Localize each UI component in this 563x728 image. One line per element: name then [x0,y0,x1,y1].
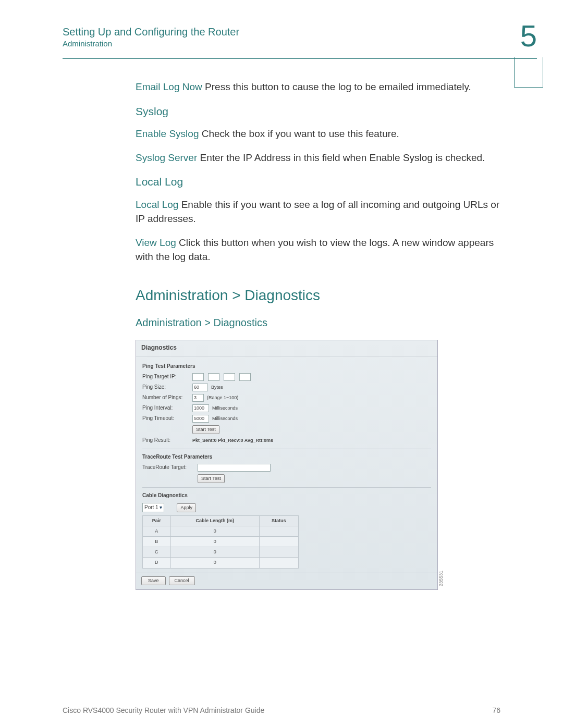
ping-timeout-input[interactable]: 5000 [192,415,209,423]
local-log-text: Enable this if you want to see a log of … [136,199,499,225]
cable-header-length: Cable Length (m) [170,516,259,526]
ping-size-unit: Bytes [211,384,223,391]
traceroute-start-test-button[interactable]: Start Test [198,474,225,483]
divider-1 [142,449,431,449]
page-footer: Cisco RVS4000 Security Router with VPN A… [63,706,500,714]
ping-interval-row: Ping Interval: 1000 Milliseconds [142,404,431,412]
page-header: Setting Up and Configuring the Router Ad… [0,0,563,51]
cable-row-a: A 0 [143,526,299,537]
enable-syslog-text: Check the box if you want to use this fe… [199,128,399,139]
cable-d-pair: D [143,558,171,568]
local-log-paragraph: Local Log Enable this if you want to see… [136,198,500,226]
ping-interval-label: Ping Interval: [142,404,189,412]
ping-timeout-unit: Milliseconds [212,415,238,422]
ping-start-test-button[interactable]: Start Test [192,425,219,434]
cable-a-length: 0 [170,526,259,537]
header-subtitle: Administration [63,39,520,48]
ip-octet-2-input[interactable] [208,373,219,381]
cable-b-length: 0 [170,537,259,547]
cable-b-status [259,537,298,547]
cable-c-pair: C [143,547,171,558]
diagnostics-title: Diagnostics [136,340,437,356]
chapter-number: 5 [520,21,537,51]
admin-diagnostics-subheading: Administration > Diagnostics [136,315,500,330]
footer-guide-title: Cisco RVS4000 Security Router with VPN A… [63,706,264,714]
email-log-now-term: Email Log Now [136,81,202,92]
ip-octet-3-input[interactable] [224,373,235,381]
header-title: Setting Up and Configuring the Router [63,26,520,38]
cable-row-c: C 0 [143,547,299,558]
syslog-server-text: Enter the IP Address in this field when … [197,152,485,163]
cable-diagnostics-section-label: Cable Diagnostics [142,492,431,500]
figure-number: 235531 [438,571,445,586]
view-log-text: Click this button when you wish to view … [136,237,494,263]
ping-timeout-label: Ping Timeout: [142,415,189,423]
divider-2 [142,487,431,488]
num-pings-label: Number of Pings: [142,394,189,402]
ping-timeout-row: Ping Timeout: 5000 Milliseconds [142,415,431,423]
num-pings-row: Number of Pings: 3 (Range 1~100) [142,394,431,402]
ping-interval-unit: Milliseconds [212,405,238,412]
syslog-server-term: Syslog Server [136,152,197,163]
cable-apply-button[interactable]: Apply [177,503,196,512]
cable-d-length: 0 [170,558,259,568]
cable-b-pair: B [143,537,171,547]
local-log-term: Local Log [136,199,178,210]
email-log-now-text: Press this button to cause the log to be… [202,81,471,92]
cable-header-status: Status [259,516,298,526]
cable-header-pair: Pair [143,516,171,526]
cancel-button[interactable]: Cancel [169,576,195,585]
cable-row-d: D 0 [143,558,299,568]
email-log-paragraph: Email Log Now Press this button to cause… [136,80,500,94]
num-pings-input[interactable]: 3 [192,394,204,402]
ping-result-value: Pkt_Sent:0 Pkt_Recv:0 Avg_Rtt:0ms [192,437,273,444]
cable-port-select[interactable]: Port 1 ▾ [142,503,164,513]
ping-target-ip-row: Ping Target IP: [142,373,431,381]
cable-controls-row: Port 1 ▾ Apply [142,503,431,513]
cable-c-length: 0 [170,547,259,558]
traceroute-target-row: TraceRoute Target: [142,464,431,472]
num-pings-unit: (Range 1~100) [207,394,238,401]
view-log-paragraph: View Log Click this button when you wish… [136,236,500,264]
ping-interval-input[interactable]: 1000 [192,404,209,412]
cable-a-pair: A [143,526,171,537]
enable-syslog-paragraph: Enable Syslog Check the box if you want … [136,127,500,141]
ping-size-input[interactable]: 60 [192,384,208,391]
admin-diagnostics-heading: Administration > Diagnostics [136,285,500,306]
ping-target-ip-label: Ping Target IP: [142,373,189,381]
chapter-number-wrap: 5 [520,21,537,51]
ping-test-section-label: Ping Test Parameters [142,363,431,371]
ping-start-test-row: Start Test [142,425,431,434]
ping-result-label: Ping Result: [142,437,189,445]
footer-page-number: 76 [492,706,500,714]
content: Email Log Now Press this button to cause… [0,59,563,590]
view-log-term: View Log [136,237,176,248]
cable-a-status [259,526,298,537]
chapter-box-lines [514,57,543,88]
cable-d-status [259,558,298,568]
traceroute-target-label: TraceRoute Target: [142,464,194,472]
diagnostics-screenshot: Diagnostics Ping Test Parameters Ping Ta… [136,340,438,589]
ip-octet-1-input[interactable] [192,373,204,381]
enable-syslog-term: Enable Syslog [136,128,199,139]
ping-size-row: Ping Size: 60 Bytes [142,384,431,391]
cable-c-status [259,547,298,558]
save-button[interactable]: Save [141,576,166,585]
chevron-down-icon: ▾ [160,504,162,510]
ping-result-row: Ping Result: Pkt_Sent:0 Pkt_Recv:0 Avg_R… [142,437,431,445]
ip-octet-4-input[interactable] [239,373,251,381]
traceroute-start-test-row: Start Test [142,474,431,483]
traceroute-section-label: TraceRoute Test Parameters [142,453,431,461]
local-log-heading: Local Log [136,174,500,190]
cable-row-b: B 0 [143,537,299,547]
ping-size-label: Ping Size: [142,384,189,391]
syslog-server-paragraph: Syslog Server Enter the IP Address in th… [136,151,500,165]
syslog-heading: Syslog [136,104,500,119]
screenshot-footer: Save Cancel [136,573,437,589]
traceroute-target-input[interactable] [198,464,271,472]
cable-table: Pair Cable Length (m) Status A 0 B 0 [142,515,299,568]
